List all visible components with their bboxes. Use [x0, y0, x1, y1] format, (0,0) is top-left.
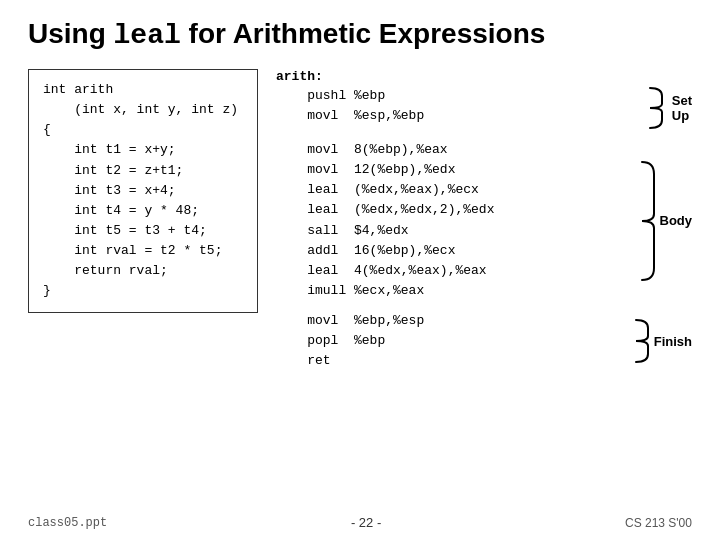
- setup-label-line2: Up: [672, 108, 689, 123]
- asm-setup-line-1: pushl %ebp: [276, 86, 646, 106]
- asm-finish-block: movl %ebp,%esp popl %ebp ret Finish: [276, 311, 692, 371]
- asm-body-line-2: movl 12(%ebp),%edx: [276, 160, 638, 180]
- asm-body-line-4: leal (%edx,%edx,2),%edx: [276, 200, 638, 220]
- asm-panel: arith: pushl %ebp movl %esp,%ebp Set Up: [276, 69, 692, 382]
- asm-body-line-7: leal 4(%edx,%eax),%eax: [276, 261, 638, 281]
- asm-body-line-3: leal (%edx,%eax),%ecx: [276, 180, 638, 200]
- asm-label: arith:: [276, 69, 692, 84]
- content-area: int arith (int x, int y, int z) { int t1…: [28, 69, 692, 382]
- code-line-3: {: [43, 120, 243, 140]
- asm-finish-lines: movl %ebp,%esp popl %ebp ret: [276, 311, 632, 371]
- finish-brace-group: Finish: [632, 311, 692, 371]
- asm-setup-line-2: movl %esp,%ebp: [276, 106, 646, 126]
- title-prefix: Using: [28, 18, 114, 49]
- code-line-2: (int x, int y, int z): [43, 100, 243, 120]
- page-title: Using leal for Arithmetic Expressions: [28, 18, 692, 51]
- asm-setup-block: pushl %ebp movl %esp,%ebp Set Up: [276, 86, 692, 130]
- asm-body-line-6: addl 16(%ebp),%ecx: [276, 241, 638, 261]
- body-brace-icon: [638, 158, 656, 284]
- body-label: Body: [660, 213, 693, 228]
- c-code-box: int arith (int x, int y, int z) { int t1…: [28, 69, 258, 313]
- code-line-6: int t3 = x+4;: [43, 181, 243, 201]
- finish-label: Finish: [654, 334, 692, 349]
- asm-body-lines: movl 8(%ebp),%eax movl 12(%ebp),%edx lea…: [276, 140, 638, 301]
- code-line-5: int t2 = z+t1;: [43, 161, 243, 181]
- asm-finish-line-2: popl %ebp: [276, 331, 632, 351]
- code-line-1: int arith: [43, 80, 243, 100]
- setup-brace-group: Set Up: [646, 86, 692, 130]
- page: Using leal for Arithmetic Expressions in…: [0, 0, 720, 540]
- asm-finish-line-1: movl %ebp,%esp: [276, 311, 632, 331]
- code-line-9: int rval = t2 * t5;: [43, 241, 243, 261]
- setup-label-line1: Set: [672, 93, 692, 108]
- asm-body-line-1: movl 8(%ebp),%eax: [276, 140, 638, 160]
- code-line-10: return rval;: [43, 261, 243, 281]
- footer: class05.ppt - 22 - CS 213 S'00: [28, 515, 692, 530]
- asm-body-block: movl 8(%ebp),%eax movl 12(%ebp),%edx lea…: [276, 140, 692, 301]
- asm-body-line-5: sall $4,%edx: [276, 221, 638, 241]
- code-line-11: }: [43, 281, 243, 301]
- footer-course: CS 213 S'00: [625, 516, 692, 530]
- finish-brace-icon: [632, 316, 650, 366]
- code-line-7: int t4 = y * 48;: [43, 201, 243, 221]
- asm-setup-lines: pushl %ebp movl %esp,%ebp: [276, 86, 646, 130]
- asm-finish-line-3: ret: [276, 351, 632, 371]
- footer-page: - 22 -: [351, 515, 381, 530]
- title-code: leal: [114, 20, 181, 51]
- setup-brace-icon: [646, 86, 664, 130]
- title-suffix: for Arithmetic Expressions: [181, 18, 546, 49]
- asm-body-line-8: imull %ecx,%eax: [276, 281, 638, 301]
- code-line-8: int t5 = t3 + t4;: [43, 221, 243, 241]
- body-brace-group: Body: [638, 140, 693, 301]
- footer-filename: class05.ppt: [28, 516, 107, 530]
- code-line-4: int t1 = x+y;: [43, 140, 243, 160]
